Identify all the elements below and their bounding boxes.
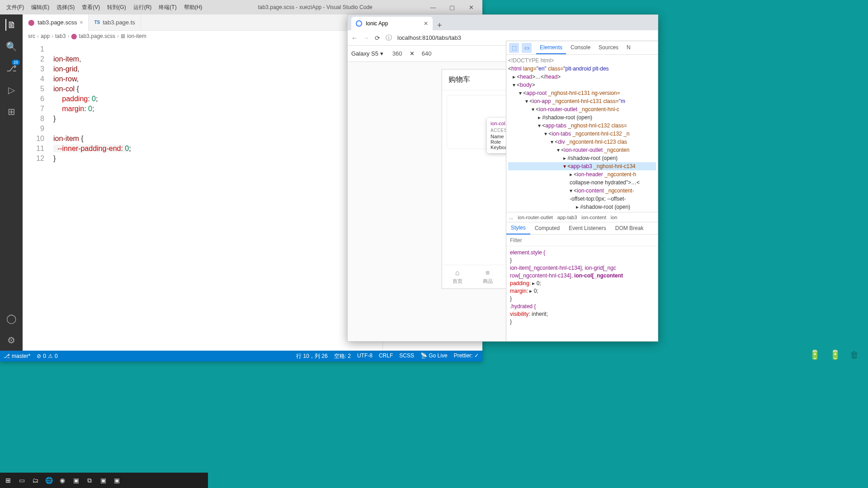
height-input[interactable] <box>417 50 436 57</box>
search-icon[interactable]: 🔍 <box>5 41 17 52</box>
tab-more[interactable]: N <box>623 42 634 54</box>
tab-computed[interactable]: Computed <box>530 222 564 234</box>
vscode-taskbar-icon[interactable]: ⧉ <box>83 474 96 487</box>
windows-taskbar: ⊞ ▭ 🗂 🌐 ◉ ▣ ⧉ ▣ ▣ <box>0 473 208 488</box>
titlebar: 文件(F) 编辑(E) 选择(S) 查看(V) 转到(G) 运行(R) 终端(T… <box>0 0 482 14</box>
close-icon[interactable]: ✕ <box>463 4 479 11</box>
menu-selection[interactable]: 选择(S) <box>54 2 77 13</box>
battery1-icon: 🔋 <box>809 349 821 360</box>
prettier-indicator[interactable]: Prettier: ✓ <box>454 352 479 360</box>
explorer-taskbar-icon[interactable]: 🗂 <box>29 474 42 487</box>
styles-tabs: Styles Computed Event Listeners DOM Brea… <box>506 222 658 235</box>
scm-badge: 25 <box>12 60 20 65</box>
tab-products[interactable]: ≡商品 <box>472 265 503 288</box>
encoding-indicator[interactable]: UTF-8 <box>357 352 373 360</box>
app1-icon[interactable]: ▣ <box>70 474 82 487</box>
window-title: tab3.page.scss - xueziApp - Visual Studi… <box>205 4 425 10</box>
chrome-tab[interactable]: Ionic App ✕ <box>351 17 433 30</box>
app2-icon[interactable]: ▣ <box>97 474 109 487</box>
start-icon[interactable]: ⊞ <box>2 474 14 487</box>
device-select[interactable]: Galaxy S5 ▾ <box>351 50 383 57</box>
device-mode-icon[interactable]: ▭ <box>522 43 532 53</box>
reload-icon[interactable]: ⟳ <box>375 34 380 42</box>
tab-home[interactable]: ⌂首页 <box>442 265 472 288</box>
inspect-icon[interactable]: ⬚ <box>509 43 519 53</box>
extensions-icon[interactable]: ⊞ <box>5 106 17 117</box>
golive-indicator[interactable]: 📡 Go Live <box>420 352 448 360</box>
width-input[interactable] <box>388 50 407 57</box>
tab-console[interactable]: Console <box>567 42 594 54</box>
menu-view[interactable]: 查看(V) <box>79 2 103 13</box>
favicon-icon <box>356 20 362 27</box>
tab-event-listeners[interactable]: Event Listeners <box>564 222 611 234</box>
tab-label: tab3.page.scss <box>38 19 77 26</box>
tab-label: tab3.page.ts <box>103 19 135 26</box>
indent-indicator[interactable]: 空格: 2 <box>334 352 351 360</box>
devtools-toolbar: ⬚ ▭ Elements Console Sources N <box>506 41 658 55</box>
menu-file[interactable]: 文件(F) <box>4 2 27 13</box>
close-icon[interactable]: × <box>80 19 83 26</box>
tab-styles[interactable]: Styles <box>506 222 530 235</box>
tab-sources[interactable]: Sources <box>595 42 622 54</box>
activity-bar: 🗎 🔍 ⎇ 25 ▷ ⊞ ◯ ⚙ <box>0 14 23 351</box>
line-gutter: 123456789101112 <box>23 42 50 351</box>
desktop-tray: 🔋 🔋 🗑 <box>778 348 868 361</box>
dom-tree[interactable]: <!DOCTYPE html> <html lang="en" class="p… <box>506 55 658 212</box>
menu-edit[interactable]: 编辑(E) <box>28 2 52 13</box>
status-bar: ⎇ master* ⊘ 0 ⚠ 0 行 10，列 26 空格: 2 UTF-8 … <box>0 351 482 361</box>
menubar: 文件(F) 编辑(E) 选择(S) 查看(V) 转到(G) 运行(R) 终端(T… <box>4 2 205 13</box>
tab-label: Ionic App <box>366 20 388 27</box>
branch-indicator[interactable]: ⎇ master* <box>4 353 30 359</box>
language-indicator[interactable]: SCSS <box>399 352 414 360</box>
edge-icon[interactable]: 🌐 <box>42 474 55 487</box>
styles-filter-input[interactable] <box>510 237 654 244</box>
minimize-icon[interactable]: ― <box>425 4 441 11</box>
chrome-tabstrip: Ionic App ✕ + <box>348 15 658 30</box>
styles-pane[interactable]: element.style { } ion-item[_ngcontent-hn… <box>506 246 658 341</box>
gear-icon[interactable]: ⚙ <box>5 334 17 346</box>
tab-ts[interactable]: TS tab3.page.ts <box>89 14 141 31</box>
app3-icon[interactable]: ▣ <box>110 474 123 487</box>
swap-icon[interactable]: ✕ <box>410 50 415 57</box>
explorer-icon[interactable]: 🗎 <box>5 19 17 31</box>
code-scss[interactable]: ion-item, ion-grid, ion-row, ion-col { p… <box>50 42 382 351</box>
cursor-position[interactable]: 行 10，列 26 <box>296 352 327 360</box>
new-tab-icon[interactable]: + <box>433 21 447 30</box>
debug-icon[interactable]: ▷ <box>5 84 17 96</box>
forward-icon[interactable]: → <box>363 34 369 42</box>
eol-indicator[interactable]: CRLF <box>379 352 393 360</box>
chrome-icon[interactable]: ◉ <box>56 474 69 487</box>
editor-pane-scss[interactable]: 123456789101112 ion-item, ion-grid, ion-… <box>23 42 383 351</box>
menu-terminal[interactable]: 终端(T) <box>156 2 179 13</box>
trash-icon[interactable]: 🗑 <box>850 350 859 360</box>
dom-breadcrumb[interactable]: ...ion-router-outletapp-tab3ion-contenti… <box>506 212 658 222</box>
tab-elements[interactable]: Elements <box>536 42 566 54</box>
close-icon[interactable]: ✕ <box>424 20 428 27</box>
battery2-icon: 🔋 <box>830 349 841 360</box>
devtools-panel: ⬚ ▭ Elements Console Sources N <!DOCTYPE… <box>506 41 658 342</box>
account-icon[interactable]: ◯ <box>5 313 17 324</box>
maximize-icon[interactable]: ▢ <box>444 4 460 11</box>
back-icon[interactable]: ← <box>351 34 358 42</box>
tab-scss[interactable]: ⬤ tab3.page.scss × <box>23 14 89 31</box>
menu-run[interactable]: 运行(R) <box>131 2 155 13</box>
taskview-icon[interactable]: ▭ <box>15 474 28 487</box>
menu-help[interactable]: 帮助(H) <box>181 2 205 13</box>
address-bar[interactable]: localhost:8100/tabs/tab3 <box>397 34 654 41</box>
tab-dom-breakpoints[interactable]: DOM Break <box>611 222 648 234</box>
menu-goto[interactable]: 转到(G) <box>104 2 128 13</box>
problems-indicator[interactable]: ⊘ 0 ⚠ 0 <box>37 353 57 359</box>
